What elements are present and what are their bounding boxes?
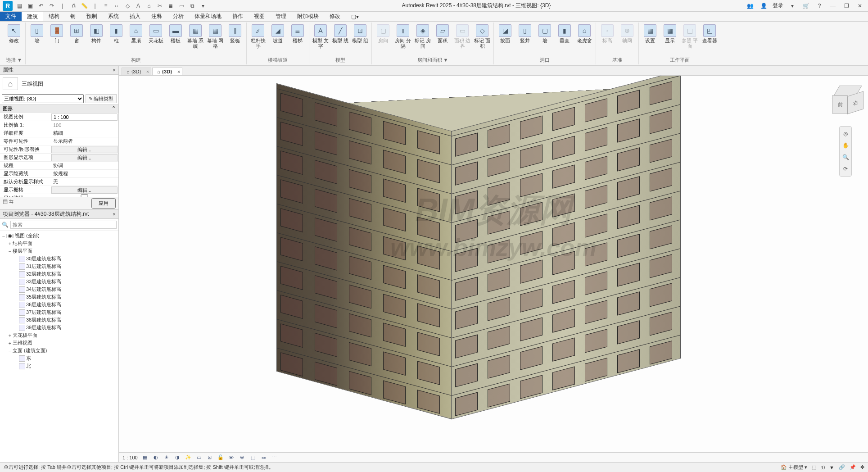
qat-measure-icon[interactable]: 📏: [80, 2, 88, 10]
tab-steel[interactable]: 钢: [65, 12, 81, 21]
shadows-icon[interactable]: ◑: [174, 454, 181, 461]
apply-button[interactable]: 应用: [91, 198, 116, 209]
room-sep-button[interactable]: ⫿房间 分隔: [393, 23, 412, 50]
tree-root-views[interactable]: −[◉] 视图 (全部): [1, 232, 118, 240]
v-vg-button[interactable]: 编辑...: [51, 146, 118, 153]
qat-dim-icon[interactable]: ↔: [113, 2, 121, 10]
qat-align-icon[interactable]: ≡: [102, 2, 110, 10]
tab-annotate[interactable]: 注释: [146, 12, 167, 21]
qat-switch-icon[interactable]: ⧉: [188, 2, 196, 10]
mullion-button[interactable]: ‖竖梃: [226, 23, 244, 45]
tree-floor-1[interactable]: 31层建筑底标高: [1, 263, 118, 270]
qat-text-icon[interactable]: A: [134, 2, 142, 10]
qat-close-icon[interactable]: ▭: [177, 2, 185, 10]
tag-room-button[interactable]: ◈标记 房间: [413, 23, 432, 50]
edit-type-button[interactable]: ✎ 编辑类型: [86, 94, 117, 103]
model-group-button[interactable]: ⊡模型 组: [351, 23, 370, 45]
roof-button[interactable]: ⌂屋顶: [127, 23, 145, 45]
tab-addins[interactable]: 附加模块: [292, 12, 324, 21]
browser-search-input[interactable]: [10, 221, 117, 229]
maximize-icon[interactable]: ❐: [842, 1, 851, 10]
tab-architecture[interactable]: 建筑: [22, 12, 43, 21]
canvas-3d[interactable]: BIM资源网 www.bimzyw.com 前 右 ◎ ✋ 🔍 ⟳: [119, 76, 868, 452]
shaft-button[interactable]: ▯竖井: [515, 23, 534, 45]
stair-button[interactable]: ≣楼梯: [288, 23, 307, 45]
crop-icon[interactable]: ▭: [195, 454, 203, 461]
constraints-icon[interactable]: ⫘: [260, 454, 267, 461]
unlock-icon[interactable]: 🔓: [217, 454, 224, 461]
sun-path-icon[interactable]: ☀: [163, 454, 170, 461]
railing-button[interactable]: ⫽栏杆扶手: [249, 23, 267, 50]
crop-region-icon[interactable]: ⊡: [206, 454, 213, 461]
tree-floor-6[interactable]: 36层建筑底标高: [1, 301, 118, 309]
tab-modify[interactable]: 修改: [324, 12, 346, 21]
v-disc[interactable]: 协调: [50, 162, 118, 169]
viewcube-front[interactable]: 前: [832, 95, 848, 113]
tag-area-button[interactable]: ◇标记 面积: [473, 23, 492, 50]
v-detail[interactable]: 精细: [50, 130, 118, 136]
tree-floor-7[interactable]: 37层建筑底标高: [1, 309, 118, 316]
wall-opening-button[interactable]: ▢墙: [535, 23, 554, 45]
scale-display[interactable]: 1 : 100: [122, 455, 138, 460]
wall-button[interactable]: ▯墙: [27, 23, 46, 45]
detail-level-icon[interactable]: ▦: [141, 454, 149, 461]
view-tab-3d-home[interactable]: ⌂{3D}×: [122, 68, 151, 75]
instance-selector[interactable]: 三维视图: {3D}: [2, 94, 84, 103]
model-line-button[interactable]: ╱模型 线: [331, 23, 350, 45]
status-select-icon[interactable]: ⬚: [812, 464, 816, 470]
qat-save-icon[interactable]: ▣: [26, 2, 34, 10]
tree-elev-0[interactable]: 东: [1, 354, 118, 362]
tab-massing[interactable]: 体量和场地: [189, 12, 227, 21]
tree-ceiling-plans[interactable]: +天花板平面: [1, 331, 118, 339]
tab-systems[interactable]: 系统: [103, 12, 124, 21]
tab-insert[interactable]: 插入: [124, 12, 146, 21]
tree-floor-plans[interactable]: −楼层平面: [1, 247, 118, 255]
view-tab-3d-active[interactable]: ⌂{3D}×: [152, 68, 182, 75]
tab-precast[interactable]: 预制: [81, 12, 103, 21]
ramp-button[interactable]: ◢坡道: [268, 23, 287, 45]
share-icon[interactable]: 👥: [746, 1, 755, 10]
tab-extra[interactable]: ▢▾: [346, 12, 364, 21]
pan-icon-hand[interactable]: ✋: [841, 141, 850, 150]
tree-floor-0[interactable]: 30层建筑底标高: [1, 255, 118, 263]
qat-thin-icon[interactable]: ≣: [167, 2, 175, 10]
tab-collaborate[interactable]: 协作: [227, 12, 249, 21]
tree-elevations[interactable]: −立面 (建筑立面): [1, 347, 118, 354]
tab-file[interactable]: 文件: [0, 12, 22, 21]
tab-close-icon[interactable]: ×: [177, 69, 180, 74]
door-button[interactable]: 🚪门: [47, 23, 66, 45]
steering-wheel-icon[interactable]: ◎: [841, 129, 850, 138]
column-button[interactable]: ▮柱: [107, 23, 126, 45]
zoom-icon[interactable]: 🔍: [841, 153, 850, 162]
close-icon[interactable]: ✕: [855, 1, 864, 10]
curtain-grid-button[interactable]: ▦幕墙 网格: [206, 23, 225, 50]
v-hidden[interactable]: 按规程: [50, 170, 118, 177]
status-pin-icon[interactable]: 📌: [850, 464, 856, 470]
tree-floor-4[interactable]: 34层建筑底标高: [1, 286, 118, 293]
status-drag-icon[interactable]: ✥: [860, 464, 864, 470]
area-button[interactable]: ▱面积: [433, 23, 452, 45]
qat-open-icon[interactable]: ▤: [15, 2, 23, 10]
orbit-icon[interactable]: ⟳: [841, 164, 850, 173]
visual-style-icon[interactable]: ◐: [152, 454, 159, 461]
login-label[interactable]: 登录: [773, 2, 783, 9]
v-viewscale[interactable]: [51, 113, 118, 121]
tree-3d-views[interactable]: +三维视图: [1, 339, 118, 347]
qat-undo-icon[interactable]: ↶: [37, 2, 45, 10]
status-link-icon[interactable]: 🔗: [839, 464, 845, 470]
component-button[interactable]: ◧构件: [87, 23, 106, 45]
view-cube[interactable]: 前 右: [829, 85, 862, 117]
qat-dropdown-icon[interactable]: ▾: [199, 2, 207, 10]
cart-icon[interactable]: 🛒: [801, 1, 810, 10]
viewer-button[interactable]: ◰查看器: [700, 23, 719, 45]
browser-close-icon[interactable]: ×: [113, 211, 116, 218]
tree-floor-2[interactable]: 32层建筑底标高: [1, 270, 118, 278]
qat-print-icon[interactable]: ⎙: [69, 2, 77, 10]
ceiling-button[interactable]: ▭天花板: [146, 23, 165, 45]
tree-floor-5[interactable]: 35层建筑底标高: [1, 293, 118, 301]
help-icon[interactable]: ?: [815, 1, 824, 10]
set-button[interactable]: ▦设置: [641, 23, 660, 45]
reveal-icon[interactable]: ⊕: [239, 454, 246, 461]
tree-elev-1[interactable]: 北: [1, 362, 118, 370]
floor-button[interactable]: ▬楼板: [166, 23, 185, 45]
